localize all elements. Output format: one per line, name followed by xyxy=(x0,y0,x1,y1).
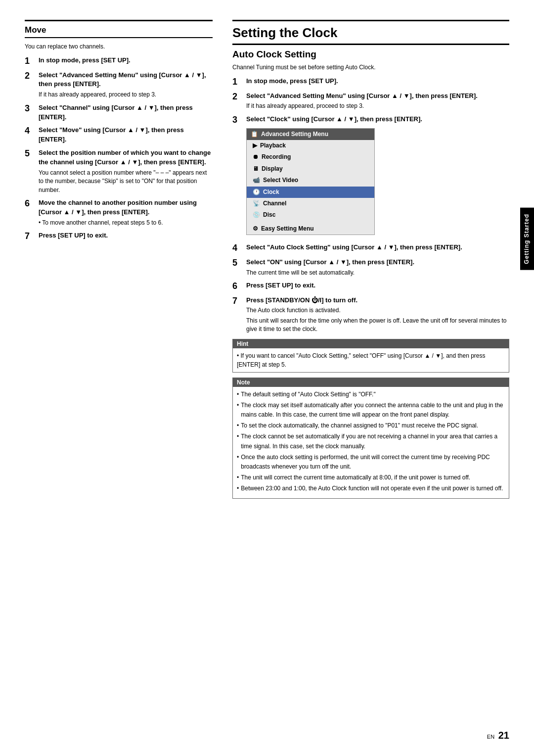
step-4-content: Select "Move" using [Cursor ▲ / ▼], then… xyxy=(39,126,213,144)
move-step-1: 1 In stop mode, press [SET UP]. xyxy=(25,56,213,67)
move-step-3: 3 Select "Channel" using [Cursor ▲ / ▼],… xyxy=(25,103,213,122)
note-item-7: Between 23:00 and 1:00, the Auto Clock f… xyxy=(237,484,505,493)
clock-step-2: 2 Select "Advanced Setting Menu" using [… xyxy=(232,92,509,111)
channel-icon: 📡 xyxy=(253,199,260,208)
menu-item-recording: ⏺ Recording xyxy=(247,151,374,163)
right-column: Setting the Clock Auto Clock Setting Cha… xyxy=(232,20,509,504)
clock-step-5-sub: The current time will be set automatical… xyxy=(246,269,509,277)
page-number: 21 xyxy=(498,730,509,741)
two-column-layout: Move You can replace two channels. 1 In … xyxy=(25,20,509,504)
menu-item-clock: 🕐 Clock xyxy=(247,187,374,198)
page-footer: EN 21 xyxy=(487,730,509,741)
clock-step-number-4: 4 xyxy=(232,243,243,254)
step-7-content: Press [SET UP] to exit. xyxy=(39,231,213,240)
move-intro: You can replace two channels. xyxy=(25,42,213,51)
top-border-right xyxy=(232,20,509,21)
clock-step-7: 7 Press [STANDBY/ON ⏻/I] to turn off. Th… xyxy=(232,296,509,334)
step-number-1: 1 xyxy=(25,56,36,67)
easy-icon: ⚙ xyxy=(253,225,258,233)
step-number-5: 5 xyxy=(25,148,36,159)
step-number-6: 6 xyxy=(25,198,36,209)
move-step-7: 7 Press [SET UP] to exit. xyxy=(25,231,213,242)
step-1-content: In stop mode, press [SET UP]. xyxy=(39,56,213,65)
top-border-left xyxy=(25,20,213,21)
clock-step-3-content: Select "Clock" using [Cursor ▲ / ▼], the… xyxy=(246,115,509,239)
clock-icon: 🕐 xyxy=(253,188,260,196)
auto-clock-intro: Channel Tuning must be set before settin… xyxy=(232,63,509,72)
clock-step-4-content: Select "Auto Clock Setting" using [Curso… xyxy=(246,243,509,252)
note-item-5: Once the auto clock setting is performed… xyxy=(237,453,505,472)
move-step-5: 5 Select the position number of which yo… xyxy=(25,148,213,194)
clock-step-7-content: Press [STANDBY/ON ⏻/I] to turn off. The … xyxy=(246,296,509,334)
clock-section-title: Setting the Clock xyxy=(232,25,509,45)
clock-step-4: 4 Select "Auto Clock Setting" using [Cur… xyxy=(232,243,509,254)
move-step-6: 6 Move the channel to another position n… xyxy=(25,198,213,227)
clock-step-6: 6 Press [SET UP] to exit. xyxy=(232,281,509,292)
note-item-4: The clock cannot be set automatically if… xyxy=(237,432,505,451)
hint-box: Hint • If you want to cancel "Auto Clock… xyxy=(232,339,509,373)
move-section-title: Move xyxy=(25,25,213,38)
clock-step-number-7: 7 xyxy=(232,296,243,307)
step-6-content: Move the channel to another position num… xyxy=(39,198,213,227)
recording-icon: ⏺ xyxy=(253,153,259,161)
menu-screenshot: 📋 Advanced Setting Menu ▶ Playback ⏺ Rec… xyxy=(246,128,375,236)
step-5-sub: You cannot select a position number wher… xyxy=(39,169,213,194)
display-icon: 🖥 xyxy=(253,165,259,173)
clock-step-5-content: Select "ON" using [Cursor ▲ / ▼], then p… xyxy=(246,258,509,277)
page-container: Move You can replace two channels. 1 In … xyxy=(0,0,534,756)
en-badge: EN xyxy=(487,734,494,740)
step-number-4: 4 xyxy=(25,126,36,137)
disc-icon: 💿 xyxy=(253,211,260,219)
clock-step-1-content: In stop mode, press [SET UP]. xyxy=(246,77,509,86)
clock-step-number-2: 2 xyxy=(232,92,243,102)
clock-step-2-sub: If it has already appeared, proceed to s… xyxy=(246,102,509,110)
menu-item-selectvideo: 📹 Select Video xyxy=(247,175,374,186)
menu-item-disc: 💿 Disc xyxy=(247,209,374,221)
selectvideo-icon: 📹 xyxy=(253,176,260,185)
note-item-2: The clock may set itself automatically a… xyxy=(237,401,505,420)
step-2-sub: If it has already appeared, proceed to s… xyxy=(39,91,213,99)
menu-item-channel: 📡 Channel xyxy=(247,198,374,209)
clock-step-6-content: Press [SET UP] to exit. xyxy=(246,281,509,290)
clock-step-3: 3 Select "Clock" using [Cursor ▲ / ▼], t… xyxy=(232,115,509,239)
clock-step-7-sub2: This unit will search for the time only … xyxy=(246,317,509,334)
note-item-6: The unit will correct the current time a… xyxy=(237,473,505,482)
menu-item-display: 🖥 Display xyxy=(247,163,374,175)
step-3-content: Select "Channel" using [Cursor ▲ / ▼], t… xyxy=(39,103,213,122)
left-column: Move You can replace two channels. 1 In … xyxy=(25,20,213,504)
note-item-3: To set the clock automatically, the chan… xyxy=(237,421,505,430)
move-step-4: 4 Select "Move" using [Cursor ▲ / ▼], th… xyxy=(25,126,213,144)
note-content: The default setting of "Auto Clock Setti… xyxy=(233,387,509,498)
step-number-7: 7 xyxy=(25,231,36,242)
menu-icon-adv: 📋 xyxy=(251,130,258,139)
hint-title: Hint xyxy=(233,339,509,348)
clock-step-number-1: 1 xyxy=(232,77,243,88)
note-item-1: The default setting of "Auto Clock Setti… xyxy=(237,390,505,399)
menu-item-easysetting: ⚙ Easy Setting Menu xyxy=(247,223,374,235)
clock-step-number-5: 5 xyxy=(232,258,243,269)
menu-item-playback: ▶ Playback xyxy=(247,140,374,151)
step-5-content: Select the position number of which you … xyxy=(39,148,213,194)
note-box: Note The default setting of "Auto Clock … xyxy=(232,378,509,499)
clock-step-7-sub1: The Auto clock function is activated. xyxy=(246,306,509,315)
playback-icon: ▶ xyxy=(253,142,257,150)
move-step-2: 2 Select "Advanced Setting Menu" using [… xyxy=(25,71,213,99)
side-tab: Getting Started xyxy=(520,208,534,270)
hint-content: • If you want to cancel "Auto Clock Sett… xyxy=(233,348,509,372)
clock-step-number-6: 6 xyxy=(232,281,243,292)
menu-title: 📋 Advanced Setting Menu xyxy=(247,129,374,140)
clock-step-1: 1 In stop mode, press [SET UP]. xyxy=(232,77,509,88)
clock-step-5: 5 Select "ON" using [Cursor ▲ / ▼], then… xyxy=(232,258,509,277)
step-number-3: 3 xyxy=(25,103,36,114)
note-title: Note xyxy=(233,378,509,387)
step-6-bullet: To move another channel, repeat steps 5 … xyxy=(39,219,213,227)
clock-step-2-content: Select "Advanced Setting Menu" using [Cu… xyxy=(246,92,509,111)
clock-step-number-3: 3 xyxy=(232,115,243,126)
auto-clock-subtitle: Auto Clock Setting xyxy=(232,49,509,60)
step-2-content: Select "Advanced Setting Menu" using [Cu… xyxy=(39,71,213,99)
step-number-2: 2 xyxy=(25,71,36,82)
